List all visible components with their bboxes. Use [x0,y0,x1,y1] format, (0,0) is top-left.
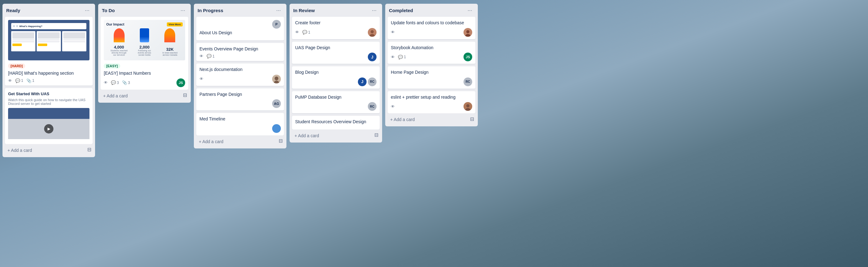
paperclip-icon-impact: 📎 [122,80,127,85]
add-card-ready[interactable]: + Add a card [5,146,86,155]
wh-card3 [62,31,86,51]
card-uas-page[interactable]: UAS Page Design J [292,42,380,64]
card-title-events: Events Overview Page Design [199,46,281,52]
card-title-uas: UAS Page Design [295,45,376,51]
card-med-timeline[interactable]: Med Timeline [196,113,284,135]
column-menu-todo[interactable]: ··· [179,7,187,14]
comment-icon: 💬 [15,78,20,83]
column-title-in-review: In Review [293,8,315,13]
card-footer-impact: 👁 💬 3 📎 3 JS [104,78,185,87]
impact-num-2: 2,000 [136,45,153,50]
card-footer-med-timeline [199,124,281,133]
column-completed: Completed ··· Update fonts and colours t… [385,4,478,126]
card-title-get-started: Get Started With UAS [8,91,90,97]
add-card-todo[interactable]: + Add a card [101,91,182,100]
wh-card3-img [63,32,85,38]
comment-count-events: 1 [213,54,215,58]
card-storybook[interactable]: Storybook Automation 👁 💬 1 JS [388,42,475,64]
avatars-about-us: P [272,20,281,29]
card-blog-design[interactable]: Blog Design J RC [292,66,380,89]
card-about-us[interactable]: P About Us Design [196,17,284,41]
meta-comments-impact: 💬 3 [111,80,119,85]
card-title-create-footer: Create footer [295,20,376,26]
avatar-ag: AG [272,99,281,108]
card-pump-database[interactable]: PuMP Database Design RC [292,91,380,113]
column-title-completed: Completed [389,8,413,13]
avatar-person-update [464,28,472,37]
card-whats-happening[interactable]: What's Happening? [5,17,93,86]
column-title-todo: To Do [102,8,115,13]
impact-icon-person [114,28,125,42]
wh-header: What's Happening? [11,23,86,29]
card-footer-storybook: 👁 💬 1 JS [391,53,472,61]
avatar-blue-med [272,124,281,133]
card-label-easy: [EASY] [104,63,120,69]
add-card-in-review[interactable]: + Add a card [292,131,373,140]
card-title-blog: Blog Design [295,70,376,76]
svg-point-1 [371,30,374,33]
comment-icon-storybook: 💬 [398,55,403,59]
card-footer-nextjs: 👁 [199,75,281,83]
column-header-in-progress: In Progress ··· [196,7,284,14]
card-nextjs[interactable]: Next.js documentation 👁 [196,63,284,86]
video-body: ▶ [8,119,90,139]
column-in-progress: In Progress ··· P About Us Design Events… [194,4,286,149]
meta-attachments: 📎 1 [26,78,34,83]
column-header-ready: Ready ··· [5,7,93,14]
cards-list-completed: Update fonts and colours to codebase 👁 [388,17,475,113]
card-partners[interactable]: Partners Page Design AG [196,88,284,111]
column-header-in-review: In Review ··· [292,7,380,14]
card-subtitle-get-started: Watch this quick guide on how to navigat… [8,98,90,106]
template-btn-completed[interactable]: ⊟ [469,115,475,123]
column-menu-ready[interactable]: ··· [83,7,91,14]
template-btn-ready[interactable]: ⊟ [86,145,93,154]
impact-figures-row: 4,000 Students reached directly through … [106,45,183,56]
wh-cards [11,31,86,51]
wh-card2-line2 [38,41,60,42]
meta-eye-events: 👁 [199,54,204,58]
card-title-pump: PuMP Database Design [295,94,376,101]
svg-point-0 [275,77,278,80]
column-menu-completed[interactable]: ··· [466,7,474,14]
column-todo: To Do ··· Our Impact View More [98,4,191,103]
add-card-completed[interactable]: + Add a card [388,115,469,124]
card-meta-storybook: 👁 💬 1 [391,55,406,59]
card-meta-whats-happening: 👁 💬 1 📎 1 [8,78,34,83]
column-menu-in-progress[interactable]: ··· [274,7,283,14]
svg-point-3 [466,104,469,107]
card-footer-partners: AG [199,99,281,108]
card-eslint[interactable]: eslint + prettier setup and reading 👁 [388,91,475,113]
template-btn-todo[interactable]: ⊟ [182,91,188,99]
meta-eye-nextjs: 👁 [199,77,204,81]
attachment-count: 1 [32,78,34,83]
template-btn-in-progress[interactable]: ⊟ [277,137,284,145]
avatar-person-eslint [464,102,472,111]
card-create-footer[interactable]: Create footer 👁 💬 1 [292,17,380,39]
card-footer-uas: J [295,53,376,61]
meta-comments: 💬 1 [15,78,23,83]
impact-num-1: 4,000 [111,45,128,50]
impact-desc-1: Students reached directly through our se… [111,50,128,56]
card-student-resources[interactable]: Student Resources Overview Design [292,116,380,130]
wh-card2-img [38,32,60,38]
column-header-completed: Completed ··· [388,7,475,14]
card-get-started[interactable]: Get Started With UAS Watch this quick gu… [5,88,93,144]
card-footer-blog: J RC [295,78,376,86]
comment-count: 1 [21,78,23,83]
meta-comment-storybook: 💬 1 [398,55,406,59]
card-thumbnail-video: ▶ [8,108,90,139]
eye-icon-events: 👁 [199,54,204,58]
card-homepage[interactable]: Home Page Design RC [388,66,475,89]
avatars-storybook: JS [464,53,472,61]
eye-icon-impact: 👁 [104,80,108,85]
paperclip-icon: 📎 [26,78,31,83]
impact-icon-phone [140,28,149,42]
add-card-in-progress[interactable]: + Add a card [196,137,277,146]
card-events-overview[interactable]: Events Overview Page Design 👁 💬 1 [196,43,284,61]
card-impact[interactable]: Our Impact View More 4,000 Students reac… [101,17,188,90]
avatar-j-blog: J [358,78,367,86]
template-btn-in-review[interactable]: ⊟ [373,131,380,139]
column-menu-in-review[interactable]: ··· [370,7,378,14]
avatars-create-footer [368,28,376,37]
card-update-fonts[interactable]: Update fonts and colours to codebase 👁 [388,17,475,39]
